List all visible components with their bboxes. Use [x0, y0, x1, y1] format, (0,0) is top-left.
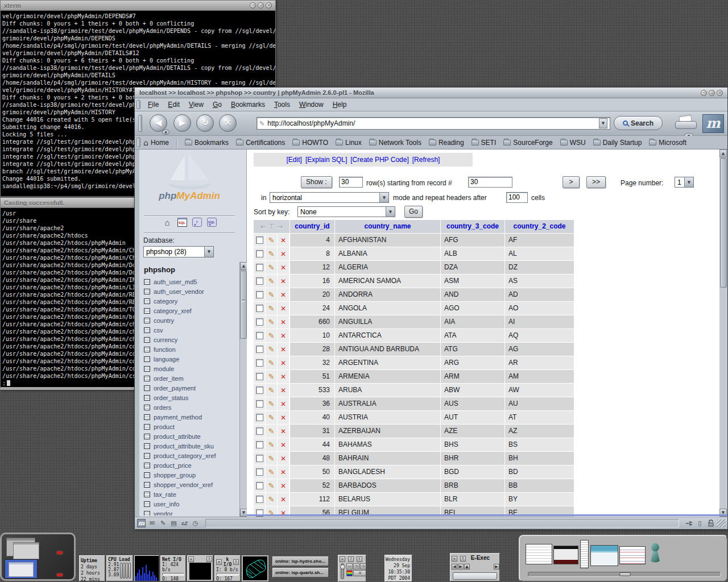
sidebar-table-item[interactable]: auth_user_vendor [144, 286, 239, 296]
close-icon[interactable]: × [340, 556, 345, 562]
bookmark-folder-item[interactable]: SourceForge [503, 139, 552, 147]
row-checkbox[interactable] [254, 343, 266, 356]
slider-knob[interactable] [340, 564, 345, 569]
row-checkbox[interactable] [254, 234, 266, 247]
row-checkbox[interactable] [254, 452, 266, 465]
menu-help[interactable]: Help [328, 101, 351, 109]
delete-x-icon[interactable]: ✕ [278, 397, 289, 410]
sidebar-table-item[interactable]: vendor [144, 509, 239, 516]
color-palette-icon[interactable] [346, 570, 353, 576]
run-icon[interactable]: ▶ [494, 564, 499, 569]
bookmark-folder-item[interactable]: SETI [471, 139, 497, 147]
edit-pencil-icon[interactable]: ✎ [266, 384, 278, 397]
sidebar-table-item[interactable]: shopper_group [144, 470, 239, 480]
menu-file[interactable]: File [143, 101, 163, 109]
edit-pencil-icon[interactable]: ✎ [266, 452, 278, 465]
menu-view[interactable]: View [184, 101, 208, 109]
delete-x-icon[interactable]: ✕ [278, 343, 289, 356]
pawn-icon[interactable] [648, 543, 662, 567]
bookmark-folder-item[interactable]: WSU [560, 139, 586, 147]
table-link[interactable]: order_item [154, 375, 184, 382]
delete-x-icon[interactable]: ✕ [278, 438, 289, 451]
row-checkbox[interactable] [254, 302, 266, 315]
table-link[interactable]: payment_method [154, 414, 202, 421]
minimized-window-thumbnail[interactable] [553, 546, 578, 564]
reload-button[interactable]: ↻ [196, 114, 214, 132]
bookmark-folder-item[interactable]: Microsoft [649, 139, 686, 147]
sidebar-table-item[interactable]: product_attribute [144, 431, 239, 441]
minimize-icon[interactable]: − [250, 2, 256, 9]
delete-x-icon[interactable]: ✕ [278, 288, 289, 301]
table-link[interactable]: product [154, 423, 175, 430]
sidebar-table-item[interactable]: product_attribute_sku [144, 441, 239, 451]
sidebar-table-item[interactable]: function [144, 344, 239, 354]
scrollbar-thumb[interactable] [720, 158, 727, 288]
edit-pencil-icon[interactable]: ✎ [266, 343, 278, 356]
table-link[interactable]: country [154, 317, 174, 324]
edit-pencil-icon[interactable]: ✎ [266, 438, 278, 451]
next-page-button[interactable]: > [562, 176, 580, 188]
arrow-left-icon[interactable]: ← [260, 223, 266, 231]
table-link[interactable]: orders [154, 404, 171, 411]
xterm-titlebar[interactable]: xterm − ▫ × [1, 1, 275, 11]
table-link[interactable]: tax_rate [154, 491, 176, 498]
row-checkbox[interactable] [254, 397, 266, 410]
bookmark-folder-item[interactable]: Reading [429, 139, 464, 147]
display-mode-select[interactable]: horizontal ▼ [270, 192, 389, 203]
chevron-down-icon[interactable]: ▼ [684, 177, 693, 187]
row-checkbox[interactable] [254, 275, 266, 288]
delete-x-icon[interactable]: ✕ [278, 275, 289, 288]
sidebar-table-item[interactable]: tax_rate [144, 489, 239, 499]
close-icon[interactable]: × [717, 90, 723, 96]
raise-icon[interactable]: ↑ [206, 556, 212, 562]
security-lock-icon[interactable] [706, 519, 715, 527]
table-link[interactable]: category [154, 298, 177, 305]
menu-tools[interactable]: Tools [270, 101, 295, 109]
sidebar-table-item[interactable]: country [144, 315, 239, 325]
iconbox-scrollbar[interactable] [528, 572, 721, 577]
navigator-component-icon[interactable]: m [137, 519, 146, 527]
home-icon[interactable]: ⌂ [163, 218, 172, 227]
online-status-1[interactable]: online: isp-hydro.sho... [272, 556, 329, 566]
phpmyadmin-logo[interactable]: phpMyAdmin [139, 153, 239, 205]
column-header-country_2_code[interactable]: country_2_code [505, 220, 574, 234]
bookmark-folder-item[interactable]: Bookmarks [185, 139, 229, 147]
sidebar-table-item[interactable]: shopper_vendor_xref [144, 480, 239, 489]
sql-window-icon[interactable]: SQL [177, 218, 187, 227]
mail-icon[interactable]: ✉ [148, 519, 156, 527]
sidebar-table-item[interactable]: payment_method [144, 412, 239, 422]
minimize-icon[interactable]: − [701, 90, 707, 96]
delete-x-icon[interactable]: ✕ [278, 411, 289, 424]
lock-icon[interactable]: ⌸ [353, 570, 366, 576]
addressbook-icon[interactable]: ▤ [169, 519, 178, 527]
raise-icon[interactable]: ↑ [357, 556, 362, 562]
stop-button[interactable]: ✕ [219, 114, 237, 132]
delete-x-icon[interactable]: ✕ [278, 234, 289, 247]
table-link[interactable]: csv [154, 327, 163, 334]
close-icon[interactable]: × [452, 556, 457, 562]
minimized-window-thumbnail[interactable] [590, 545, 618, 566]
column-header-country_name[interactable]: country_name [335, 220, 441, 234]
row-checkbox[interactable] [254, 493, 266, 506]
edit-pencil-icon[interactable]: ✎ [266, 302, 278, 315]
repeat-cells-input[interactable]: 100 [506, 192, 528, 203]
window-resize-grip[interactable] [717, 519, 725, 527]
raise-icon[interactable]: ↑ [460, 556, 466, 562]
raise-icon[interactable]: ↑ [233, 559, 239, 565]
forward-button[interactable]: ▶ [173, 114, 191, 132]
explain-sql-link[interactable]: [Explain SQL] [305, 156, 347, 164]
table-link[interactable]: product_category_xref [154, 452, 216, 459]
maximize-icon[interactable]: ▫ [258, 2, 264, 9]
page-number-select[interactable]: 1 ▼ [675, 177, 694, 188]
close-icon[interactable]: × [216, 559, 222, 565]
edit-pencil-icon[interactable]: ✎ [266, 275, 278, 288]
query-window-icon[interactable]: SQL [207, 218, 217, 227]
row-checkbox[interactable] [254, 370, 266, 383]
table-link[interactable]: product_attribute_sku [154, 443, 214, 450]
refresh-link[interactable]: [Refresh] [412, 156, 440, 164]
bookmark-folder-item[interactable]: Daily Startup [593, 139, 642, 147]
sidebar-table-item[interactable]: product_category_xref [144, 451, 239, 460]
scroll-up-icon[interactable]: ▲ [719, 149, 727, 157]
table-link[interactable]: order_payment [154, 385, 196, 392]
window-icon[interactable]: ▭ [346, 563, 353, 569]
